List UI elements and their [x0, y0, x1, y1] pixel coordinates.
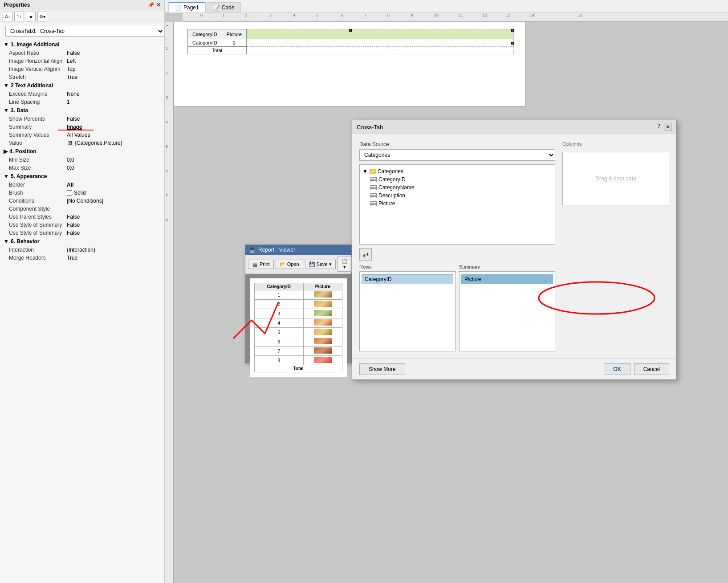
component-select[interactable]: CrossTab1 : Cross-Tab [5, 26, 164, 37]
td-id: 7 [255, 347, 304, 356]
properties-toolbar: A↕ 1↕ ★ ⚙▾ [0, 10, 164, 23]
section-data[interactable]: ▼ 3. Data [0, 106, 164, 115]
td-img [303, 309, 342, 318]
tab-page1[interactable]: 📄 Page1 [168, 2, 206, 12]
selection-handle-mr[interactable] [511, 42, 514, 45]
prop-show-percents: Show Percents False [0, 115, 164, 123]
collapse-icon: ▶ [4, 148, 8, 155]
rows-dropzone[interactable]: CategoryID [359, 271, 456, 351]
close-icon[interactable]: ✕ [156, 2, 161, 8]
save-icon: 💾 [309, 261, 315, 267]
summary-label: Summary [459, 264, 555, 269]
prop-conditions: Conditions [No Conditions] [0, 197, 164, 205]
table-row: 7 [255, 347, 342, 356]
td-id: 6 [255, 337, 304, 347]
brush-checkbox [67, 190, 72, 196]
prop-brush: Brush Solid [0, 189, 164, 197]
food-image [314, 291, 332, 298]
dialog-body: Data Source Categories ▼ 📁 Categories [352, 134, 676, 359]
open-button[interactable]: 📂 Open [276, 260, 303, 269]
prop-merge-headers: Merge Headers True [0, 254, 164, 262]
td-total: Total [255, 365, 342, 372]
ct-cell-zero: 0 [222, 39, 246, 47]
rows-label: Rows [359, 264, 456, 269]
ok-button[interactable]: OK [604, 363, 630, 375]
dialog-close-button[interactable]: ✕ [664, 123, 672, 131]
crosstab-designer[interactable]: CategoryID Picture CategoryID 0 Total [187, 29, 514, 54]
table-row: 4 [255, 318, 342, 328]
selection-handle-tm[interactable] [349, 29, 352, 32]
section-text-additional[interactable]: ▼ 2 Text Additional [0, 81, 164, 90]
table-row: 6 [255, 337, 342, 347]
summary-dropzone[interactable]: Picture [459, 271, 555, 351]
summary-item-picture[interactable]: Picture [461, 274, 553, 284]
section-image-additional[interactable]: ▼ 1. Image Additional [0, 40, 164, 49]
ct-cell-empty [246, 39, 513, 47]
gear-button[interactable]: ⚙▾ [37, 12, 47, 21]
tree-item-categoryname[interactable]: abc CategoryName [370, 183, 552, 192]
section-appearance[interactable]: ▼ 5. Appearance [0, 172, 164, 181]
tree-expand-icon: ▼ [362, 168, 368, 175]
footer-buttons: OK Cancel [604, 363, 669, 375]
properties-panel: Properties 📌 ✕ A↕ 1↕ ★ ⚙▾ CrossTab1 : Cr… [0, 0, 165, 583]
section-behavior[interactable]: ▼ 6. Behavior [0, 237, 164, 246]
tree-item-categoryid[interactable]: abc CategoryID [370, 175, 552, 183]
sort-num-button[interactable]: 1↕ [14, 12, 24, 21]
prop-aspect-ratio: Aspect Ratio False [0, 49, 164, 57]
print-button[interactable]: 🖨️ Print [248, 260, 274, 269]
report-page: CategoryID Picture CategoryID 0 Total [174, 22, 525, 106]
td-img [303, 337, 342, 347]
collapse-icon: ▼ [4, 82, 9, 89]
viewer-page: CategoryID Picture 1 2 [250, 278, 347, 377]
tree-item-picture[interactable]: abc Picture [370, 200, 552, 208]
report-viewer: 🖥️ Report - Viewer 🖨️ Print 📂 Open 💾 Sav… [245, 245, 352, 363]
viewer-content: CategoryID Picture 1 2 [245, 274, 351, 363]
tree-item-description[interactable]: abc Description [370, 192, 552, 200]
viewer-table: CategoryID Picture 1 2 [254, 283, 342, 372]
selection-handle-tr[interactable] [511, 29, 514, 32]
table-row: 3 [255, 309, 342, 318]
section-position[interactable]: ▶ 4. Position [0, 147, 164, 156]
td-id: 1 [255, 290, 304, 300]
sort-az-button[interactable]: A↕ [3, 12, 12, 21]
extra-button[interactable]: 📋▾ [338, 257, 352, 272]
properties-header: Properties 📌 ✕ [0, 0, 164, 10]
rows-item-categoryid[interactable]: CategoryID [362, 274, 453, 284]
star-button[interactable]: ★ [26, 12, 36, 21]
datasource-label: Data Source [359, 141, 555, 147]
columns-label: Columns [562, 141, 669, 147]
datasource-select[interactable]: Categories [359, 149, 555, 161]
tree-children: abc CategoryID abc CategoryName abc Desc… [370, 175, 552, 208]
food-image [314, 357, 332, 363]
prop-border: Border All [0, 181, 164, 189]
columns-dropzone[interactable]: Drag & drop data [562, 152, 669, 205]
help-icon[interactable]: ? [655, 123, 662, 131]
viewer-icon: 🖥️ [249, 247, 256, 253]
tree-root-label: Categories [378, 168, 403, 175]
dialog-right-panel: Columns Drag & drop data [562, 141, 669, 351]
td-img [303, 318, 342, 328]
cancel-button[interactable]: Cancel [634, 363, 669, 375]
prop-summary[interactable]: Summary Image [0, 123, 164, 131]
code-icon: 📝 [213, 4, 220, 11]
pin-icon[interactable]: 📌 [148, 2, 155, 8]
folder-icon: 📁 [370, 169, 376, 174]
page-icon: 📄 [175, 4, 182, 11]
td-img [303, 328, 342, 337]
dialog-left-panel: Data Source Categories ▼ 📁 Categories [359, 141, 555, 351]
designer-area: 0 1 2 3 4 5 6 7 8 9 10 11 12 13 14 16 [165, 13, 728, 583]
save-button[interactable]: 💾 Save▾ [305, 260, 336, 269]
prop-use-style-summary2: Use Style of Summary False [0, 229, 164, 237]
prop-min-size: Min Size 0;0 [0, 156, 164, 164]
prop-image-vert-align: Image Vertical Alignm Top [0, 65, 164, 73]
total-row: Total [255, 365, 342, 372]
ct-cell-categoryid: CategoryID [188, 39, 222, 47]
td-img [303, 300, 342, 309]
show-more-button[interactable]: Show More [359, 363, 405, 375]
crosstab-dialog: Cross-Tab ? ✕ Data Source Categories [352, 120, 677, 380]
tree-root[interactable]: ▼ 📁 Categories [362, 167, 552, 175]
data-source-tree: ▼ 📁 Categories abc CategoryID ab [359, 164, 555, 245]
food-image [314, 310, 332, 316]
transfer-button[interactable]: ⇄ [359, 248, 372, 261]
tab-code[interactable]: 📝 Code [207, 2, 241, 12]
